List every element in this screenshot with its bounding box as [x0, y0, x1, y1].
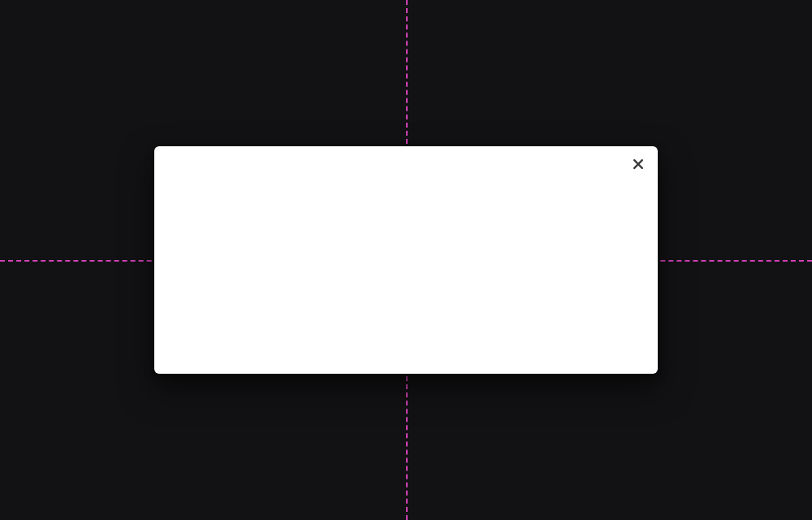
- modal-dialog: [154, 146, 658, 374]
- close-icon: [633, 159, 643, 169]
- close-button[interactable]: [628, 154, 648, 174]
